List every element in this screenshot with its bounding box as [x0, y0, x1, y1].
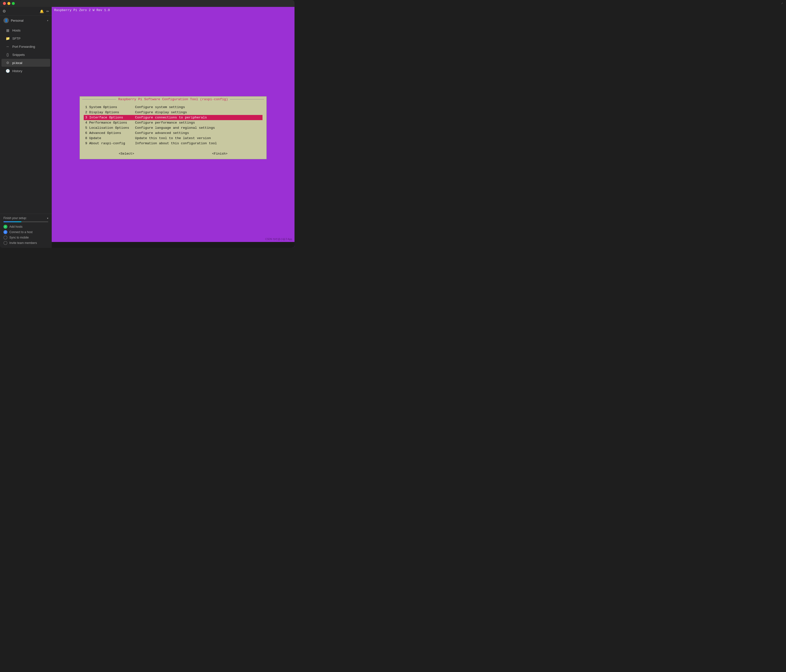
terminal-title: Raspberry Pi Zero 2 W Rev 1.0	[52, 7, 294, 14]
sftp-icon: 📁	[5, 36, 10, 40]
chevron-down-icon: ▾	[47, 19, 48, 22]
raspi-menu: 1 System Options Configure system settin…	[80, 102, 266, 148]
setup-item-label: Sync to mobile	[9, 236, 29, 239]
setup-item-connect-host[interactable]: ✓ Connect to a host	[3, 230, 48, 234]
maximize-button[interactable]	[12, 2, 15, 5]
avatar: 👤	[3, 18, 9, 23]
setup-item-label: Add hosts	[9, 225, 22, 228]
sidebar-item-history[interactable]: 🕐 History	[2, 67, 50, 75]
history-icon: 🕐	[5, 69, 10, 73]
sidebar-top-bar: ⚙ 🔔 ✏	[0, 7, 52, 16]
finish-setup-label: Finish your setup:	[3, 217, 27, 220]
title-bar: ⤢	[0, 0, 294, 7]
pi-local-icon: ⚙	[5, 61, 10, 65]
progress-bar-fill	[3, 221, 21, 222]
sidebar-item-snippets[interactable]: {} Snippets	[2, 51, 50, 58]
settings-icon[interactable]: ⚙	[2, 9, 6, 14]
raspi-dialog-buttons: <Select> <Finish>	[80, 148, 266, 159]
sidebar-item-pi-local[interactable]: ⚙ pi.local	[2, 59, 50, 67]
raspi-config-dialog: Raspberry Pi Software Configuration Tool…	[80, 96, 267, 159]
setup-item-label: Connect to a host	[9, 231, 33, 234]
hosts-icon: ▦	[5, 28, 10, 32]
sidebar-item-sftp[interactable]: 📁 SFTP	[2, 35, 50, 42]
sidebar-item-port-forwarding[interactable]: ↔ Port Forwarding	[2, 42, 50, 50]
sidebar-item-label: SFTP	[12, 37, 20, 40]
dialog-title-bar: Raspberry Pi Software Configuration Tool…	[80, 96, 266, 102]
compose-icon[interactable]: ✏	[46, 9, 49, 13]
sidebar-item-label: pi.local	[12, 61, 22, 65]
main-terminal-area: Raspberry Pi Zero 2 W Rev 1.0 Raspberry …	[52, 7, 294, 248]
port-forwarding-icon: ↔	[5, 44, 10, 49]
menu-item-about[interactable]: 9 About raspi-config Information about t…	[84, 141, 263, 146]
circle-icon	[3, 241, 7, 245]
check-icon: ✓	[3, 225, 7, 229]
check-icon: ✓	[3, 230, 7, 234]
sidebar-item-label: History	[12, 69, 22, 73]
setup-item-add-hosts[interactable]: ✓ Add hosts	[3, 225, 48, 229]
terminal-bottom-bar	[52, 242, 294, 248]
traffic-lights	[3, 2, 15, 5]
snippets-icon: {}	[5, 53, 10, 57]
sidebar-nav: ▦ Hosts 📁 SFTP ↔ Port Forwarding {} Snip…	[0, 25, 52, 214]
setup-item-sync-mobile[interactable]: Sync to mobile	[3, 236, 48, 240]
finish-button[interactable]: <Finish>	[208, 151, 231, 157]
menu-item-advanced-options[interactable]: 6 Advanced Options Configure advanced se…	[84, 130, 263, 136]
chevron-down-icon: ▾	[47, 217, 48, 220]
terminal-content[interactable]: Raspberry Pi Software Configuration Tool…	[52, 14, 294, 242]
progress-bar-background	[3, 221, 48, 222]
sidebar-item-label: Hosts	[12, 28, 20, 32]
workspace-label: Personal	[11, 19, 45, 22]
setup-item-invite-team[interactable]: Invite team members	[3, 241, 48, 245]
finish-setup-section: Finish your setup: ▾ ✓ Add hosts ✓ Conne…	[0, 214, 52, 248]
menu-item-interface-options[interactable]: 3 Interface Options Configure connection…	[84, 115, 263, 120]
sidebar-top-actions: 🔔 ✏	[40, 9, 49, 13]
menu-item-performance-options[interactable]: 4 Performance Options Configure performa…	[84, 120, 263, 125]
app-body: ⚙ 🔔 ✏ 👤 Personal ▾ ▦ Hosts 📁 SFTP	[0, 7, 294, 248]
circle-icon	[3, 236, 7, 240]
personal-workspace[interactable]: 👤 Personal ▾	[0, 16, 52, 25]
minimize-button[interactable]	[7, 2, 10, 5]
menu-item-update[interactable]: 8 Update Update this tool to the latest …	[84, 136, 263, 141]
select-button[interactable]: <Select>	[115, 151, 138, 157]
setup-checklist: ✓ Add hosts ✓ Connect to a host Sync to …	[3, 225, 48, 245]
app-window: ⤢ ⚙ 🔔 ✏ 👤 Personal ▾ ▦ Hosts	[0, 0, 294, 248]
sidebar-item-label: Snippets	[12, 53, 25, 57]
sidebar: ⚙ 🔔 ✏ 👤 Personal ▾ ▦ Hosts 📁 SFTP	[0, 7, 52, 248]
menu-item-localisation-options[interactable]: 5 Localisation Options Configure languag…	[84, 125, 263, 130]
dialog-title: Raspberry Pi Software Configuration Tool…	[116, 97, 230, 101]
terminal-title-text: Raspberry Pi Zero 2 W Rev 1.0	[54, 8, 110, 12]
sidebar-item-hosts[interactable]: ▦ Hosts	[2, 26, 50, 34]
menu-item-system-options[interactable]: 1 System Options Configure system settin…	[84, 105, 263, 110]
setup-item-label: Invite team members	[9, 241, 37, 245]
menu-item-display-options[interactable]: 2 Display Options Configure display sett…	[84, 110, 263, 115]
close-button[interactable]	[3, 2, 6, 5]
watermark: CSDN 专栏@小猛子App	[265, 237, 292, 241]
bell-icon[interactable]: 🔔	[40, 9, 44, 13]
finish-setup-header[interactable]: Finish your setup: ▾	[3, 217, 48, 220]
sidebar-item-label: Port Forwarding	[12, 45, 35, 49]
